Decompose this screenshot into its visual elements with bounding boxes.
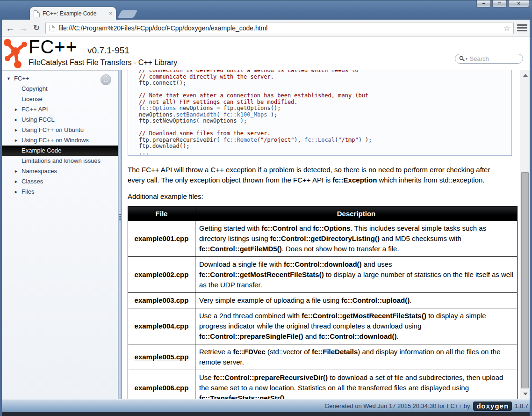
tab-close-icon[interactable]: × bbox=[109, 10, 112, 17]
api-reference: fc::Control bbox=[261, 224, 297, 232]
reload-button[interactable]: ↻ bbox=[30, 21, 43, 35]
code-line: // communicate directly with the server. bbox=[139, 74, 511, 80]
sidebar-item-label: Using FC++ on Windows bbox=[22, 135, 89, 146]
tree-collapsed-icon[interactable]: ► bbox=[14, 166, 20, 176]
tree-collapsed-icon[interactable]: ► bbox=[14, 115, 20, 125]
address-bar[interactable]: file:///C:/Program%20Files/FCpp/doc/FCpp… bbox=[45, 22, 514, 34]
tree-expanded-icon[interactable]: ▼ bbox=[7, 73, 13, 84]
text-segment: and bbox=[303, 332, 319, 340]
close-button[interactable]: × bbox=[508, 0, 529, 7]
code-link[interactable]: fc::k100_Mbps bbox=[223, 111, 267, 118]
code-line: newOptions.setBandwidth( fc::k100_Mbps )… bbox=[139, 112, 511, 118]
splitter-grip-icon bbox=[119, 213, 121, 221]
doxygen-logo[interactable]: doxygen bbox=[473, 401, 512, 411]
file-description: Download a single file with fc::Control:… bbox=[195, 257, 518, 293]
file-description: Use a 2nd thread combined with fc::Contr… bbox=[195, 308, 518, 344]
api-reference: fc::Exception bbox=[332, 176, 377, 184]
code-text: ftp.prepareRecursiveDir( bbox=[139, 137, 223, 143]
code-text: ftp.download(); bbox=[139, 143, 189, 149]
sidebar-item-classes[interactable]: ►Classes bbox=[2, 176, 118, 187]
menu-button[interactable] bbox=[517, 23, 527, 32]
code-link[interactable]: fc::Remote bbox=[223, 137, 257, 143]
code-text: ), bbox=[294, 137, 304, 143]
code-text: ... bbox=[139, 149, 149, 156]
maximize-button[interactable]: □ bbox=[492, 0, 507, 7]
code-text: ) ); bbox=[359, 137, 372, 143]
sidebar-item-label: Using FC++ on Ubuntu bbox=[22, 125, 84, 135]
window-titlebar[interactable]: FC++: Example Code × – □ × bbox=[0, 0, 532, 20]
scroll-down-arrow-icon[interactable] bbox=[523, 393, 528, 395]
api-reference: fc::Control::getFileMD5() bbox=[199, 245, 282, 253]
bookmark-star-icon[interactable]: ☆ bbox=[503, 23, 510, 33]
code-text: "/tmp" bbox=[338, 137, 358, 143]
api-reference: fc::Control::getMostRecentFileStats() bbox=[199, 270, 324, 278]
file-name: example003.cpp bbox=[128, 293, 195, 308]
tree-collapsed-icon[interactable]: ► bbox=[14, 125, 20, 135]
text-segment: and bbox=[297, 224, 313, 232]
code-line: // Download some files from the server. bbox=[139, 131, 511, 137]
search-box[interactable]: ▾ Search bbox=[455, 54, 523, 64]
para-additional: Additional example files: bbox=[128, 192, 520, 200]
file-description: Use fc::Control::prepareRecursiveDir() t… bbox=[195, 370, 518, 400]
sync-icon[interactable]: ↔ bbox=[101, 74, 111, 85]
content-scrollbar[interactable] bbox=[520, 70, 530, 399]
text-segment: (std::vector of bbox=[266, 348, 312, 356]
code-line: ... bbox=[139, 150, 511, 156]
code-text: ( bbox=[216, 111, 223, 118]
project-title-block: FC++v0.7.1-951 FileCatalyst Fast File Tr… bbox=[29, 36, 177, 67]
code-link[interactable]: setBandwidth bbox=[176, 111, 216, 118]
examples-table-body: example001.cppGetting started with fc::C… bbox=[128, 221, 518, 400]
file-name: example004.cpp bbox=[128, 308, 195, 344]
sidebar-item-fc-api[interactable]: ►FC++ API bbox=[2, 104, 118, 115]
window-bottom-border bbox=[0, 412, 532, 416]
api-reference: fc::Control::prepareRecursiveDir() bbox=[214, 373, 328, 381]
sidebar-item-example-code[interactable]: Example Code bbox=[2, 146, 118, 156]
window-left-border bbox=[0, 20, 2, 416]
browser-window: FC++: Example Code × – □ × ← → ↻ file://… bbox=[0, 0, 532, 416]
file-name-link[interactable]: example005.cpp bbox=[128, 344, 195, 370]
sidebar-item-using-fc-on-windows[interactable]: ►Using FC++ on Windows bbox=[2, 135, 118, 146]
scrollbar-thumb[interactable] bbox=[521, 172, 529, 388]
search-icon[interactable]: ▾ bbox=[459, 56, 467, 62]
api-reference: fc::TransferStats::getStr() bbox=[199, 394, 285, 399]
tree-collapsed-icon[interactable]: ► bbox=[14, 187, 20, 197]
sidebar-item-label: License bbox=[22, 94, 43, 104]
tree-collapsed-icon[interactable]: ► bbox=[14, 176, 20, 187]
new-tab-button[interactable] bbox=[118, 10, 138, 18]
sidebar-item-namespaces[interactable]: ►Namespaces bbox=[2, 166, 118, 176]
code-link[interactable]: fc::Local bbox=[304, 137, 335, 143]
sidebar-item-limitations-and-known-issues[interactable]: Limitations and known issues bbox=[2, 156, 118, 166]
code-fragment-pre: // connection is deferred until a method… bbox=[128, 70, 511, 156]
sidebar-item-label: Copyright bbox=[22, 84, 48, 94]
sidebar-item-using-fccl[interactable]: ►Using FCCL bbox=[2, 115, 118, 125]
back-button[interactable]: ← bbox=[4, 21, 16, 35]
window-right-border bbox=[530, 20, 532, 416]
tree-collapsed-icon[interactable]: ► bbox=[14, 135, 20, 146]
code-line: ftp.prepareRecursiveDir( fc::Remote("/pr… bbox=[139, 137, 511, 144]
sidebar-item-using-fc-on-ubuntu[interactable]: ►Using FC++ on Ubuntu bbox=[2, 125, 118, 135]
scroll-up-arrow-icon[interactable] bbox=[523, 74, 528, 77]
doxygen-version: 1.8.7 bbox=[515, 402, 528, 409]
code-text: ); bbox=[267, 111, 278, 118]
table-row: example005.cppRetrieve a fc::FDVec (std:… bbox=[128, 344, 518, 370]
api-reference: fc::FDVec bbox=[233, 348, 266, 356]
code-text: newOptions. bbox=[139, 111, 176, 118]
browser-tab[interactable]: FC++: Example Code × bbox=[30, 7, 116, 20]
code-link[interactable]: fc::Options bbox=[139, 105, 176, 111]
sidebar-item-files[interactable]: ►Files bbox=[2, 187, 118, 197]
api-reference: fc::Control::upload() bbox=[341, 296, 410, 304]
doc-content: // connection is deferred until a method… bbox=[122, 70, 520, 399]
sidebar-item-copyright[interactable]: Copyright bbox=[2, 84, 118, 94]
tab-favicon-icon bbox=[34, 10, 40, 17]
sidebar-item-license[interactable]: License bbox=[2, 94, 118, 104]
splitter-handle[interactable] bbox=[118, 70, 122, 399]
main-area: ↔ ▼FC++CopyrightLicense►FC++ API►Using F… bbox=[0, 70, 532, 399]
tree-collapsed-icon[interactable]: ► bbox=[14, 104, 20, 115]
table-row: example001.cppGetting started with fc::C… bbox=[128, 221, 518, 257]
table-header-row: File Description bbox=[128, 206, 518, 221]
text-segment: Very simple example of uploading a file … bbox=[199, 296, 341, 304]
code-text: // not all) FTP settings can still be mo… bbox=[139, 99, 298, 105]
minimize-button[interactable]: – bbox=[476, 0, 491, 7]
code-text: "/project" bbox=[260, 137, 294, 143]
url-text[interactable]: file:///C:/Program%20Files/FCpp/doc/FCpp… bbox=[58, 24, 501, 32]
